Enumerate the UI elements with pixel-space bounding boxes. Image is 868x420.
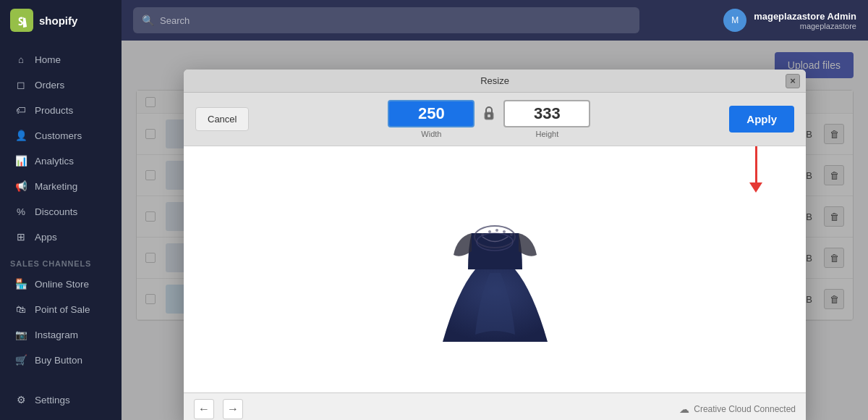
sidebar-header: shopify <box>0 0 122 41</box>
width-field: Width <box>388 100 475 138</box>
page-body: Upload files Size 55 MB 🗑 <box>122 41 868 420</box>
orders-icon: ◻ <box>14 78 27 91</box>
apps-icon: ⊞ <box>14 230 27 243</box>
sidebar-item-customers[interactable]: 👤 Customers <box>4 123 117 148</box>
sidebar-item-apps[interactable]: ⊞ Apps <box>4 224 117 249</box>
sidebar-item-label: Apps <box>35 232 57 243</box>
admin-info: mageplazastore Admin mageplazastore <box>754 11 856 30</box>
modal-footer: ← → ☁ Creative Cloud Connected <box>184 392 806 420</box>
avatar: M <box>723 9 746 32</box>
sidebar-item-label: Marketing <box>35 181 77 192</box>
lock-icon <box>479 101 499 127</box>
discounts-icon: % <box>14 205 27 218</box>
search-icon: 🔍 <box>142 14 154 26</box>
sidebar-item-label: Point of Sale <box>35 304 90 315</box>
buy-button-icon: 🛒 <box>14 353 27 366</box>
svg-point-8 <box>510 233 513 236</box>
height-input[interactable] <box>503 100 590 127</box>
sidebar-item-label: Buy Button <box>35 355 82 366</box>
modal-title-bar: Resize × <box>184 70 806 93</box>
product-image <box>435 190 555 349</box>
sidebar-item-products[interactable]: 🏷 Products <box>4 98 117 122</box>
sidebar-item-instagram[interactable]: 📷 Instagram <box>4 322 117 347</box>
sidebar: shopify ⌂ Home ◻ Orders 🏷 Products 👤 Cus… <box>0 0 122 420</box>
svg-point-5 <box>488 230 491 233</box>
sidebar-item-label: Settings <box>35 395 70 406</box>
marketing-icon: 📢 <box>14 180 27 193</box>
sidebar-item-label: Instagram <box>35 329 78 340</box>
sidebar-item-analytics[interactable]: 📊 Analytics <box>4 148 117 173</box>
sidebar-item-label: Discounts <box>35 206 77 217</box>
next-button[interactable]: → <box>223 399 243 419</box>
modal-overlay: Resize × Cancel Width <box>122 41 868 420</box>
sidebar-nav: ⌂ Home ◻ Orders 🏷 Products 👤 Customers 📊… <box>0 41 122 381</box>
products-icon: 🏷 <box>14 104 27 117</box>
customers-icon: 👤 <box>14 129 27 142</box>
cloud-icon: ☁ <box>679 403 689 415</box>
arrow-head <box>749 182 762 193</box>
cloud-label: Creative Cloud Connected <box>694 404 796 414</box>
shopify-logo <box>10 9 33 32</box>
sidebar-item-point-of-sale[interactable]: 🛍 Point of Sale <box>4 297 117 322</box>
resize-modal: Resize × Cancel Width <box>184 70 806 420</box>
sidebar-bottom: ⚙ Settings <box>0 381 122 420</box>
sidebar-item-discounts[interactable]: % Discounts <box>4 199 117 224</box>
sidebar-item-home[interactable]: ⌂ Home <box>4 47 117 72</box>
topbar-right: M mageplazastore Admin mageplazastore <box>723 9 856 32</box>
store-icon: 🏪 <box>14 277 27 290</box>
cancel-button[interactable]: Cancel <box>195 107 249 131</box>
sidebar-item-marketing[interactable]: 📢 Marketing <box>4 174 117 198</box>
search-input[interactable] <box>160 15 631 26</box>
width-label: Width <box>421 130 441 138</box>
search-bar[interactable]: 🔍 <box>133 7 639 33</box>
sidebar-item-label: Products <box>35 105 73 116</box>
svg-rect-1 <box>488 114 490 117</box>
home-icon: ⌂ <box>14 53 27 66</box>
modal-title: Resize <box>480 75 509 86</box>
sidebar-item-buy-button[interactable]: 🛒 Buy Button <box>4 348 117 372</box>
arrow-line <box>755 146 757 182</box>
svg-point-7 <box>503 230 506 233</box>
modal-body <box>184 146 806 392</box>
dimension-group: Width Height <box>258 100 720 138</box>
height-field: Height <box>503 100 590 138</box>
sidebar-item-label: Analytics <box>35 156 74 167</box>
sidebar-item-label: Orders <box>35 80 64 91</box>
main-content: 🔍 M mageplazastore Admin mageplazastore … <box>122 0 868 420</box>
sidebar-item-online-store[interactable]: 🏪 Online Store <box>4 272 117 296</box>
prev-button[interactable]: ← <box>194 399 214 419</box>
sidebar-item-label: Customers <box>35 130 82 141</box>
admin-store: mageplazastore <box>754 22 856 30</box>
instagram-icon: 📷 <box>14 328 27 341</box>
arrow-indicator <box>749 146 762 193</box>
width-input[interactable] <box>388 100 475 127</box>
height-label: Height <box>535 130 558 138</box>
analytics-icon: 📊 <box>14 154 27 167</box>
cloud-info: ☁ Creative Cloud Connected <box>679 403 796 415</box>
sidebar-item-label: Online Store <box>35 279 89 290</box>
sidebar-item-settings[interactable]: ⚙ Settings <box>4 387 117 412</box>
sidebar-item-orders[interactable]: ◻ Orders <box>4 72 117 97</box>
brand-name: shopify <box>39 14 77 27</box>
svg-point-6 <box>495 229 498 232</box>
pos-icon: 🛍 <box>14 303 27 316</box>
svg-point-4 <box>481 233 484 236</box>
settings-icon: ⚙ <box>14 393 27 406</box>
modal-close-button[interactable]: × <box>786 74 800 88</box>
admin-name: mageplazastore Admin <box>754 11 856 22</box>
sales-channels-label: SALES CHANNELS <box>0 252 122 271</box>
apply-button[interactable]: Apply <box>729 106 794 133</box>
modal-toolbar: Cancel Width <box>184 93 806 146</box>
sidebar-item-label: Home <box>35 54 61 65</box>
topbar: 🔍 M mageplazastore Admin mageplazastore <box>122 0 868 41</box>
